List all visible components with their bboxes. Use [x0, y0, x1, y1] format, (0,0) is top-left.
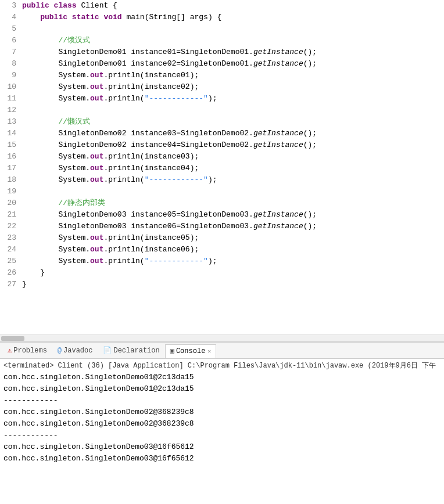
line-code	[22, 105, 27, 116]
line-code: System.out.println(instance03);	[22, 151, 199, 163]
line-code: public static void main(String[] args) {	[22, 12, 221, 23]
line-code: System.out.println("------------");	[22, 255, 217, 267]
console-output-line: ------------	[3, 395, 441, 406]
code-line: 22 SingletonDemo03 instance06=SingletonD…	[0, 221, 444, 232]
code-line: 26 }	[0, 267, 444, 279]
tab-declaration[interactable]: 📄 Declaration	[98, 344, 164, 358]
code-line: 14 SingletonDemo02 instance03=SingletonD…	[0, 128, 444, 139]
line-code: System.out.println(instance04);	[22, 163, 199, 174]
code-line: 19	[0, 186, 444, 197]
line-number: 8	[0, 58, 22, 70]
console-output-line: ------------	[3, 430, 441, 441]
line-number: 16	[0, 151, 22, 163]
line-number: 19	[0, 186, 22, 197]
tab-javadoc-label: Javadoc	[63, 347, 92, 355]
console-output-line: com.hcc.singleton.SingletonDemo02@368239…	[3, 418, 441, 430]
tab-console-label: Console	[176, 347, 205, 355]
bottom-panel: ⚠ Problems @ Javadoc 📄 Declaration ▣ Con…	[0, 341, 444, 504]
line-code: SingletonDemo03 instance06=SingletonDemo…	[22, 221, 317, 232]
console-output-line: com.hcc.singleton.SingletonDemo03@16f656…	[3, 453, 441, 465]
line-code: System.out.println(instance01);	[22, 70, 199, 81]
console-icon: ▣	[170, 347, 174, 355]
code-line: 25 System.out.println("------------");	[0, 255, 444, 267]
line-number: 27	[0, 279, 22, 290]
tab-problems-label: Problems	[13, 347, 47, 355]
line-code: SingletonDemo02 instance04=SingletonDemo…	[22, 139, 317, 151]
line-number: 18	[0, 174, 22, 186]
code-horizontal-scrollbar[interactable]	[0, 334, 444, 341]
line-code	[22, 186, 27, 197]
line-code: public class Client {	[22, 0, 117, 12]
code-line: 18 System.out.println("------------");	[0, 174, 444, 186]
line-number: 15	[0, 139, 22, 151]
code-line: 3public class Client {	[0, 0, 444, 12]
line-code: SingletonDemo01 instance01=SingletonDemo…	[22, 46, 317, 58]
tabs-bar: ⚠ Problems @ Javadoc 📄 Declaration ▣ Con…	[0, 343, 444, 359]
declaration-icon: 📄	[103, 346, 112, 355]
line-number: 6	[0, 35, 22, 46]
console-header: <terminated> Client (36) [Java Applicati…	[3, 361, 441, 370]
code-line: 13 //懒汉式	[0, 116, 444, 128]
code-line: 8 SingletonDemo01 instance02=SingletonDe…	[0, 58, 444, 70]
line-code: }	[22, 267, 45, 279]
line-code: //饿汉式	[22, 35, 90, 46]
tab-problems[interactable]: ⚠ Problems	[2, 344, 52, 358]
line-number: 11	[0, 93, 22, 105]
line-number: 25	[0, 255, 22, 267]
line-number: 12	[0, 105, 22, 116]
console-output-line: com.hcc.singleton.SingletonDemo01@2c13da…	[3, 383, 441, 395]
line-number: 10	[0, 81, 22, 93]
code-line: 27}	[0, 279, 444, 290]
code-line: 9 System.out.println(instance01);	[0, 70, 444, 81]
line-number: 7	[0, 46, 22, 58]
line-code: }	[22, 279, 27, 290]
tab-console[interactable]: ▣ Console ✕	[165, 344, 217, 358]
code-editor: 3public class Client {4 public static vo…	[0, 0, 444, 341]
line-code: //懒汉式	[22, 116, 90, 128]
line-code: SingletonDemo03 instance05=SingletonDemo…	[22, 209, 317, 221]
line-code: System.out.println(instance05);	[22, 232, 199, 244]
code-line: 10 System.out.println(instance02);	[0, 81, 444, 93]
line-code: System.out.println("------------");	[22, 174, 217, 186]
line-number: 14	[0, 128, 22, 139]
console-output-line: com.hcc.singleton.SingletonDemo03@16f656…	[3, 441, 441, 453]
code-line: 17 System.out.println(instance04);	[0, 163, 444, 174]
console-close-icon[interactable]: ✕	[207, 348, 211, 355]
line-number: 9	[0, 70, 22, 81]
code-line: 15 SingletonDemo02 instance04=SingletonD…	[0, 139, 444, 151]
scrollbar-thumb	[1, 336, 24, 341]
line-code: SingletonDemo02 instance03=SingletonDemo…	[22, 128, 317, 139]
line-code: System.out.println(instance06);	[22, 244, 199, 255]
line-code	[22, 23, 27, 35]
line-code: System.out.println(instance02);	[22, 81, 199, 93]
line-number: 4	[0, 12, 22, 23]
tab-declaration-label: Declaration	[113, 347, 159, 355]
code-line: 11 System.out.println("------------");	[0, 93, 444, 105]
code-line: 23 System.out.println(instance05);	[0, 232, 444, 244]
line-code: SingletonDemo01 instance02=SingletonDemo…	[22, 58, 317, 70]
problems-icon: ⚠	[8, 346, 12, 355]
code-line: 24 System.out.println(instance06);	[0, 244, 444, 255]
code-line: 4 public static void main(String[] args)…	[0, 12, 444, 23]
line-number: 26	[0, 267, 22, 279]
console-output-line: com.hcc.singleton.SingletonDemo02@368239…	[3, 406, 441, 418]
code-line: 7 SingletonDemo01 instance01=SingletonDe…	[0, 46, 444, 58]
line-number: 5	[0, 23, 22, 35]
tab-javadoc[interactable]: @ Javadoc	[52, 344, 98, 358]
line-number: 3	[0, 0, 22, 12]
line-number: 13	[0, 116, 22, 128]
line-code: //静态内部类	[22, 197, 105, 209]
line-code: System.out.println("------------");	[22, 93, 217, 105]
code-line: 12	[0, 105, 444, 116]
console-content[interactable]: <terminated> Client (36) [Java Applicati…	[0, 359, 444, 504]
javadoc-icon: @	[58, 347, 62, 355]
code-line: 16 System.out.println(instance03);	[0, 151, 444, 163]
line-number: 24	[0, 244, 22, 255]
code-content[interactable]: 3public class Client {4 public static vo…	[0, 0, 444, 334]
code-line: 21 SingletonDemo03 instance05=SingletonD…	[0, 209, 444, 221]
console-output-line: com.hcc.singleton.SingletonDemo01@2c13da…	[3, 372, 441, 383]
line-number: 21	[0, 209, 22, 221]
line-number: 20	[0, 197, 22, 209]
line-number: 23	[0, 232, 22, 244]
code-line: 6 //饿汉式	[0, 35, 444, 46]
